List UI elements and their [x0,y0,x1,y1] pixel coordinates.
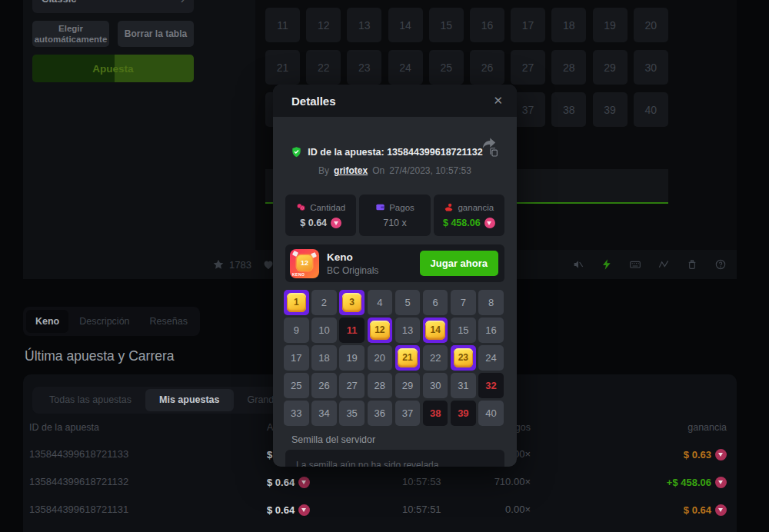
page: Classic › Elegir automáticamente Borrar … [0,0,769,532]
modal-keno-number-8: 8 [478,290,504,315]
turbo-icon[interactable] [601,258,613,271]
modal-keno-number-12: 12 [368,318,393,343]
keno-number-15[interactable]: 15 [429,8,464,42]
modal-keno-number-17: 17 [284,345,309,371]
keno-number-28[interactable]: 28 [551,50,586,85]
play-now-button[interactable]: Jugar ahora [420,251,498,276]
modal-keno-number-26: 26 [311,373,337,398]
coin-icon [484,218,495,228]
modal-keno-number-16: 16 [478,318,504,343]
bet-datetime: 27/4/2023, 10:57:53 [389,165,471,176]
stat-value: $ 458.06 [443,218,481,228]
hit-gold-tile: 1 [287,293,307,313]
modal-keno-number-32: 32 [478,373,504,398]
cell-payout: 0.00× [454,496,531,524]
stat-value: $ 0.64 [300,218,327,228]
filter-tab-mis-apuestas[interactable]: Mis apuestas [145,389,234,411]
cell-bet-id: 135844399618721131 [29,496,128,524]
verified-shield-icon [291,146,302,158]
keno-number-21[interactable]: 21 [265,50,300,85]
keno-number-13[interactable]: 13 [347,8,381,42]
trash-icon[interactable] [686,258,698,271]
bet-details-modal: Detalles ✕ ID de la apuesta: 13584439961… [273,85,517,467]
copy-icon[interactable] [488,147,499,158]
keno-number-24[interactable]: 24 [388,50,423,85]
keno-number-29[interactable]: 29 [593,50,628,85]
tab-descripcion[interactable]: Descripción [70,310,138,333]
keno-number-22[interactable]: 22 [306,50,341,85]
keno-number-16[interactable]: 16 [470,8,504,42]
hit-gold-tile: 3 [342,293,362,313]
stat-label: ganancia [458,203,494,212]
profit-value: +$ 458.06 [667,477,711,488]
modal-keno-number-36: 36 [368,401,393,426]
auto-pick-button[interactable]: Elegir automáticamente [32,21,109,47]
keno-number-20[interactable]: 20 [634,8,668,42]
modal-header: Detalles ✕ [273,85,517,117]
modal-keno-number-37: 37 [395,401,421,426]
modal-keno-number-5: 5 [395,290,421,315]
bet-button[interactable]: Apuesta [32,55,194,82]
keno-number-38[interactable]: 38 [551,92,586,127]
cell-time: 10:57:51 [402,496,441,524]
tab-resenas[interactable]: Reseñas [141,310,197,333]
modal-keno-number-31: 31 [451,373,476,398]
cell-bet-id: 135844399618721132 [29,468,128,496]
modal-keno-number-22: 22 [423,345,448,371]
game-mode-select[interactable]: Classic › [32,0,194,13]
keno-number-23[interactable]: 23 [347,50,381,85]
game-name: Keno [327,251,378,263]
modal-keno-number-35: 35 [339,401,365,426]
cell-profit: +$ 458.06 [611,468,727,496]
cell-payout: 710.00× [454,468,531,496]
keno-number-40[interactable]: 40 [634,92,668,127]
hit-gold-tile: 14 [425,321,445,341]
help-icon[interactable] [714,258,727,271]
close-icon[interactable]: ✕ [493,94,503,108]
bet-panel: Classic › Elegir automáticamente Borrar … [23,0,255,279]
keno-number-30[interactable]: 30 [634,50,668,85]
keno-number-19[interactable]: 19 [593,8,628,42]
keno-number-17[interactable]: 17 [511,8,545,42]
keno-number-11[interactable]: 11 [265,8,300,42]
modal-keno-number-25: 25 [284,373,309,398]
coin-icon [715,449,727,461]
username-link[interactable]: grifotex [334,165,368,176]
modal-keno-number-20: 20 [368,345,393,371]
keno-number-39[interactable]: 39 [593,92,628,127]
table-row[interactable]: 135844399618721131$ 0.6410:57:510.00×$ 0… [23,496,737,524]
keno-number-18[interactable]: 18 [551,8,586,42]
on-label: On [372,165,384,176]
modal-keno-number-10: 10 [311,318,337,343]
stat-card-payout: Pagos 710 x [359,195,430,236]
star-icon[interactable] [212,258,225,271]
hotkeys-icon[interactable] [629,258,641,271]
keno-number-26[interactable]: 26 [470,50,504,85]
hit-gold-tile: 21 [398,348,418,368]
server-seed-label: Semilla del servidor [291,434,375,445]
game-mode-label: Classic [42,0,77,5]
keno-number-14[interactable]: 14 [388,8,423,42]
modal-keno-number-28: 28 [368,373,393,398]
modal-keno-number-30: 30 [423,373,448,398]
modal-keno-number-11: 11 [339,318,365,343]
modal-keno-number-18: 18 [311,345,337,371]
chevron-right-icon: › [181,0,185,6]
modal-keno-number-15: 15 [451,318,476,343]
profit-value: $ 0.63 [684,449,711,461]
profit-value: $ 0.64 [684,504,711,516]
server-seed-input[interactable]: La semilla aún no ha sido revelada... [285,450,504,467]
keno-number-27[interactable]: 27 [511,50,545,85]
keno-number-12[interactable]: 12 [306,8,341,42]
live-stats-icon[interactable] [657,258,670,271]
tab-keno[interactable]: Keno [26,310,68,333]
clear-table-button[interactable]: Borrar la tabla [118,21,194,47]
modal-title: Detalles [291,95,336,108]
keno-number-25[interactable]: 25 [429,50,464,85]
sound-off-icon[interactable] [572,258,584,271]
amount-value: $ [267,449,272,461]
modal-keno-number-24: 24 [478,345,504,371]
table-row[interactable]: 135844399618721132$ 0.6410:57:53710.00×+… [23,468,737,496]
modal-keno-number-1: 1 [284,290,309,315]
filter-tab-todas-las-apuestas[interactable]: Todas las apuestas [35,389,145,411]
